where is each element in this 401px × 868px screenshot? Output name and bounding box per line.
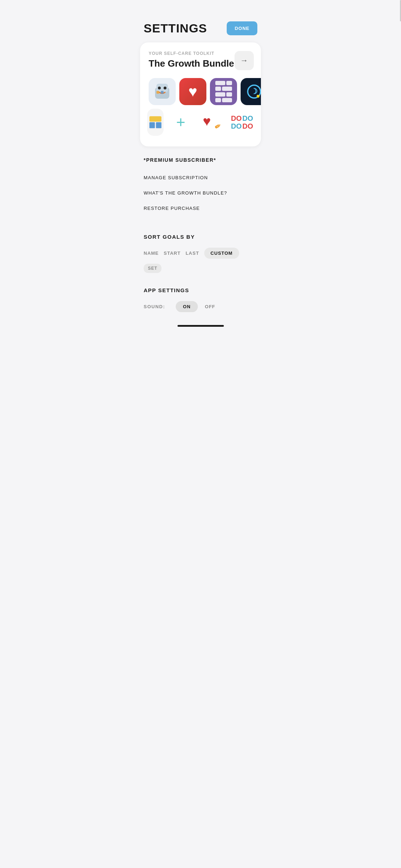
- whats-growth-bundle-button[interactable]: WHAT'S THE GROWTH BUNDLE?: [144, 185, 257, 201]
- sound-off-button[interactable]: OFF: [205, 304, 215, 309]
- sort-start-button[interactable]: START: [164, 250, 180, 256]
- moon-icon-svg: ☽: [245, 83, 261, 100]
- svg-point-8: [257, 95, 259, 98]
- app-icon-bear[interactable]: [147, 109, 164, 136]
- heart-icon: ♥: [189, 83, 197, 100]
- app-icon-heart-pencil[interactable]: ♥ ✏: [198, 109, 225, 136]
- set-badge: SET: [144, 264, 161, 273]
- page-title: SETTINGS: [144, 21, 207, 35]
- plus-icon: +: [176, 114, 185, 130]
- header: SETTINGS DONE: [134, 0, 267, 42]
- sort-last-button[interactable]: LAST: [186, 250, 199, 256]
- app-icon-bricks[interactable]: [210, 78, 237, 105]
- svg-text:☽: ☽: [251, 87, 258, 96]
- sound-row: SOUND: ON OFF: [144, 301, 257, 312]
- sound-label: SOUND:: [144, 304, 165, 309]
- toolkit-arrow-button[interactable]: →: [235, 51, 254, 70]
- toolkit-card: YOUR SELF-CARE TOOLKIT The Growth Bundle…: [140, 42, 261, 146]
- apps-row-1: ♥: [149, 78, 254, 105]
- sort-goals-section: SORT GOALS BY NAME START LAST CUSTOM SET: [134, 223, 267, 280]
- subscription-section: *PREMIUM SUBSCRIBER* MANAGE SUBSCRIPTION…: [134, 157, 267, 216]
- app-settings-section: APP SETTINGS SOUND: ON OFF: [134, 280, 267, 319]
- app-icon-robot[interactable]: [149, 78, 176, 105]
- app-icon-moon[interactable]: ☽: [241, 78, 261, 105]
- svg-point-3: [164, 87, 166, 89]
- arrow-icon: →: [240, 56, 248, 65]
- toolkit-info: YOUR SELF-CARE TOOLKIT The Growth Bundle: [149, 51, 234, 69]
- svg-rect-11: [156, 122, 161, 128]
- svg-rect-5: [161, 91, 164, 94]
- sort-name-button[interactable]: NAME: [144, 250, 159, 256]
- home-bar: [178, 325, 224, 327]
- sort-options-group: NAME START LAST CUSTOM SET: [144, 248, 257, 273]
- restore-purchase-button[interactable]: RESTORE PURCHASE: [144, 201, 257, 216]
- app-icon-dodo[interactable]: DO DO DO DO: [228, 109, 254, 136]
- toolkit-label: YOUR SELF-CARE TOOLKIT: [149, 51, 234, 56]
- done-button[interactable]: DONE: [227, 21, 257, 35]
- toolkit-name: The Growth Bundle: [149, 58, 234, 69]
- svg-rect-10: [149, 122, 155, 128]
- sort-custom-button[interactable]: CUSTOM: [204, 248, 239, 259]
- bear-icon-svg: [147, 112, 164, 133]
- home-indicator: [134, 319, 267, 330]
- robot-icon-svg: [151, 81, 173, 102]
- app-icon-plus[interactable]: +: [167, 109, 194, 136]
- sound-on-button[interactable]: ON: [176, 301, 198, 312]
- settings-page: SETTINGS DONE YOUR SELF-CARE TOOLKIT The…: [134, 0, 267, 344]
- heart-pencil-icon: ♥ ✏: [202, 113, 221, 131]
- svg-rect-9: [149, 116, 161, 122]
- toolkit-header: YOUR SELF-CARE TOOLKIT The Growth Bundle…: [149, 51, 254, 70]
- manage-subscription-button[interactable]: MANAGE SUBSCRIPTION: [144, 170, 257, 185]
- app-icon-health[interactable]: ♥: [179, 78, 206, 105]
- dodo-icon: DO DO DO DO: [231, 115, 253, 130]
- svg-rect-4: [156, 91, 159, 94]
- premium-label: *PREMIUM SUBSCRIBER*: [144, 157, 257, 163]
- bricks-icon: [212, 78, 235, 105]
- svg-point-2: [158, 87, 161, 89]
- app-settings-label: APP SETTINGS: [144, 287, 257, 293]
- sound-options: ON OFF: [176, 301, 215, 312]
- apps-row-2: + ♥ ✏ DO DO DO DO: [147, 109, 254, 136]
- sort-goals-label: SORT GOALS BY: [144, 234, 257, 240]
